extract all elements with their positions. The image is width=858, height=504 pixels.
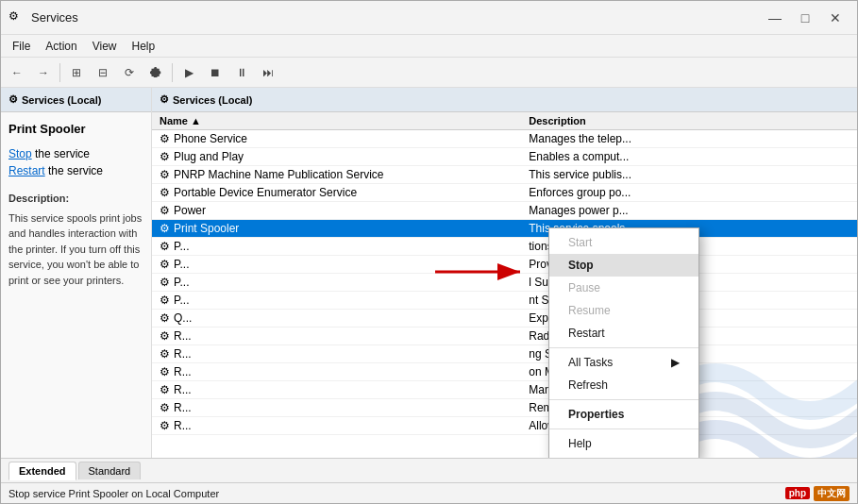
table-row[interactable]: ⚙R...Manager Manages dial-up... [152, 381, 857, 399]
service-name-cell: ⚙P... [152, 274, 521, 292]
app-icon: ⚙ [8, 9, 25, 26]
table-row[interactable]: ⚙R...Allows users to co... [152, 417, 857, 435]
toolbar-refresh[interactable]: ⟳ [117, 61, 142, 84]
service-icon: ⚙ [160, 258, 170, 271]
service-desc-cell: Radio Manageme... [521, 328, 857, 345]
menu-action[interactable]: Action [38, 38, 84, 55]
service-desc-cell: Manages power p... [521, 202, 857, 220]
table-row[interactable]: ⚙Portable Device Enumerator ServiceEnfor… [152, 184, 857, 202]
service-name-cell: ⚙PNRP Machine Name Publication Service [152, 166, 521, 184]
description-heading: Description: [8, 191, 143, 207]
table-row[interactable]: ⚙P...nt Service This service provid... [152, 292, 857, 310]
service-desc-cell: Allows users to co... [521, 417, 857, 435]
left-panel: ⚙ Services (Local) Print Spooler Stop th… [1, 88, 152, 458]
toolbar-view2[interactable]: ⊟ [91, 61, 115, 84]
service-desc-cell: on Manager Creates a connecti... [521, 363, 857, 381]
toolbar-forward[interactable]: → [31, 61, 56, 84]
service-name-cell: ⚙P... [152, 292, 521, 310]
table-row[interactable]: ⚙R...Remote Desktop... [152, 399, 857, 417]
table-row[interactable]: ⚙R...on Manager Creates a connecti... [152, 363, 857, 381]
bottom-tabs: Extended Standard [1, 458, 857, 482]
service-icon: ⚙ [160, 347, 170, 361]
right-header-title: Services (Local) [173, 94, 252, 106]
service-icon: ⚙ [160, 150, 170, 163]
services-table-scroll[interactable]: Name ▲ Description ⚙Phone ServiceManages… [152, 112, 857, 458]
restart-suffix: the service [45, 164, 103, 177]
status-text: Stop service Print Spooler on Local Comp… [8, 488, 219, 499]
window-title: Services [31, 10, 761, 25]
stop-link[interactable]: Stop [8, 147, 32, 160]
toolbar: ← → ⊞ ⊟ ⟳ ⯄ ▶ ⏹ ⏸ ⏭ [1, 58, 857, 88]
php-badge: php [785, 487, 810, 499]
stop-suffix: the service [32, 147, 90, 160]
table-row[interactable]: ⚙PNRP Machine Name Publication ServiceTh… [152, 166, 857, 184]
toolbar-back[interactable]: ← [5, 61, 29, 84]
stop-service-line: Stop the service [8, 147, 143, 160]
table-row[interactable]: ⚙Phone ServiceManages the telep... [152, 130, 857, 148]
service-desc-cell: Enforces group po... [521, 184, 857, 202]
toolbar-play[interactable]: ▶ [177, 61, 201, 84]
restart-link[interactable]: Restart [8, 164, 45, 177]
cn-badge: 中文网 [814, 486, 850, 501]
right-header-icon: ⚙ [160, 93, 169, 106]
left-panel-header: ⚙ Services (Local) [1, 88, 151, 112]
window-controls: — □ ✕ [761, 7, 850, 29]
service-icon: ⚙ [160, 240, 170, 253]
table-row[interactable]: ⚙PowerManages power p... [152, 202, 857, 220]
table-row[interactable]: ⚙P...Provides support f... [152, 256, 857, 274]
maximize-button[interactable]: □ [791, 7, 819, 29]
service-name-cell: ⚙P... [152, 238, 521, 256]
service-name-cell: ⚙R... [152, 345, 521, 363]
service-desc-cell: Remote Desktop... [521, 399, 857, 417]
service-name-cell: ⚙Print Spooler [152, 220, 521, 238]
menu-help[interactable]: Help [125, 38, 163, 55]
services-table: Name ▲ Description ⚙Phone ServiceManages… [152, 112, 857, 435]
title-bar: ⚙ Services — □ ✕ [1, 1, 857, 35]
service-icon: ⚙ [160, 168, 170, 181]
left-header-title: Services (Local) [22, 94, 101, 106]
tab-standard[interactable]: Standard [78, 462, 142, 479]
table-row[interactable]: ⚙P...l Support This service provid... [152, 274, 857, 292]
menu-view[interactable]: View [85, 38, 125, 55]
left-panel-body: Print Spooler Stop the service Restart t… [1, 112, 151, 458]
status-bar: Stop service Print Spooler on Local Comp… [1, 482, 857, 503]
tab-extended[interactable]: Extended [8, 462, 76, 480]
col-name[interactable]: Name ▲ [152, 112, 521, 130]
service-name: Print Spooler [8, 122, 143, 136]
description-text: This service spools print jobs and handl… [8, 212, 142, 286]
toolbar-stop[interactable]: ⏹ [203, 61, 227, 84]
service-icon: ⚙ [160, 401, 170, 414]
service-icon: ⚙ [160, 222, 170, 235]
restart-service-line: Restart the service [8, 164, 143, 177]
service-desc-cell: Manages the telep... [521, 130, 857, 148]
service-icon: ⚙ [160, 204, 170, 217]
menu-file[interactable]: File [5, 38, 38, 55]
service-name-cell: ⚙Plug and Play [152, 148, 521, 166]
table-row[interactable]: ⚙Q...Experience Quality Windows... [152, 310, 857, 328]
right-panel: ⚙ Services (Local) Name ▲ Description ⚙P… [152, 88, 857, 458]
minimize-button[interactable]: — [761, 7, 789, 29]
toolbar-export[interactable]: ⯄ [143, 61, 168, 84]
table-row[interactable]: ⚙R...ng Service Enables automatic... [152, 345, 857, 363]
service-desc-cell: Provides support f... [521, 256, 857, 274]
service-name-cell: ⚙P... [152, 256, 521, 274]
service-desc-cell: nt Service This service provid... [521, 292, 857, 310]
toolbar-view1[interactable]: ⊞ [64, 61, 89, 84]
menu-bar: File Action View Help [1, 35, 857, 58]
service-desc-cell: l Support This service provid... [521, 274, 857, 292]
col-description[interactable]: Description [521, 112, 857, 130]
service-name-cell: ⚙Power [152, 202, 521, 220]
table-row[interactable]: ⚙R...Radio Manageme... [152, 328, 857, 345]
service-name-cell: ⚙R... [152, 363, 521, 381]
service-icon: ⚙ [160, 132, 170, 145]
table-row[interactable]: ⚙P...tions This service opens... [152, 238, 857, 256]
toolbar-pause[interactable]: ⏸ [229, 61, 254, 84]
table-row[interactable]: ⚙Print SpoolerThis service spools [152, 220, 857, 238]
service-icon: ⚙ [160, 383, 170, 396]
close-button[interactable]: ✕ [821, 7, 850, 29]
service-name-cell: ⚙R... [152, 381, 521, 399]
service-icon: ⚙ [160, 311, 170, 325]
toolbar-restart[interactable]: ⏭ [256, 61, 280, 84]
table-row[interactable]: ⚙Plug and PlayEnables a comput... [152, 148, 857, 166]
service-icon: ⚙ [160, 419, 170, 432]
